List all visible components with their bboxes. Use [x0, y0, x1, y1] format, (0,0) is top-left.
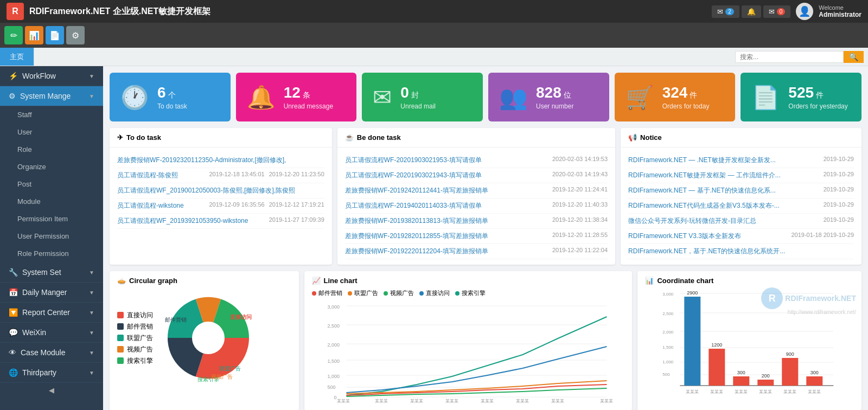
task-date-5b: 2019-11-27 17:09:39 [269, 216, 324, 226]
sidebar-item-workflow[interactable]: ⚡ WorkFlow ▼ [0, 66, 103, 86]
sidebar-item-system-set[interactable]: 🔧 System Set ▼ [0, 262, 103, 283]
stat-orders-today: 🛒 324 件 Orders for today [615, 73, 736, 121]
y-label-1500: 1,500 [327, 358, 340, 364]
avatar: 👤 [796, 3, 813, 20]
task-link-1[interactable]: 差旅费报销WF-20192320112350-Administrator,[撤回… [117, 156, 324, 165]
chevron-down-icon-4: ▼ [89, 290, 94, 296]
legend-label-alliance: 联盟广告 [127, 334, 153, 343]
notice-link-3[interactable]: RDIFramework.NET — 基于.NET的快速信息化系... [628, 186, 819, 195]
bedone-row-7: 差旅费报销WF-20192220112204-填写差旅报销单 2019-12-2… [345, 244, 608, 259]
legend-email: 邮件营销 [117, 322, 153, 331]
notice-panel-body: RDIFramework.NET — .NET敏捷开发框架全新发... 2019… [621, 148, 861, 265]
settings-button[interactable]: ⚙ [66, 26, 85, 44]
bedone-link-3[interactable]: 差旅费报销WF-20192420112441-填写差旅报销单 [345, 186, 548, 195]
notice-link-1[interactable]: RDIFramework.NET — .NET敏捷开发框架全新发... [628, 156, 819, 165]
notice-link-6[interactable]: RDIFramework.NET V3.3版本全新发布 [628, 232, 787, 241]
bar-1-val: 2900 [687, 290, 698, 296]
sidebar-sub-user[interactable]: User [0, 124, 103, 141]
bar-x-3: 某某某 [735, 389, 748, 394]
legend-label-search: 搜索引擎 [127, 356, 153, 366]
stat-orders-yesterday: 📄 525 件 Orders for yesterday [741, 73, 861, 121]
task-row-4: 员工请假流程-wikstone 2019-12-09 16:35:56 2019… [117, 198, 324, 214]
stat-yesterday-info: 525 件 Orders for yesterday [788, 84, 847, 110]
stat-msg-number: 12 [284, 84, 301, 101]
y-label-0: 0 [334, 395, 336, 400]
stat-msg-info: 12 条 Unread message [284, 84, 333, 110]
stat-msg-label: Unread message [284, 102, 333, 110]
bar-chart-title: 📊 Coordinate chart [645, 277, 854, 285]
edit-button[interactable]: ✏ [4, 26, 23, 44]
sidebar-sub-post[interactable]: Post [0, 176, 103, 193]
bar-4 [758, 380, 774, 386]
chart-button[interactable]: 📊 [25, 26, 43, 44]
bar-6 [807, 376, 823, 386]
task-link-3[interactable]: 员工请假流程WF_20190012050003-陈俊熙,[撤回修改],陈俊熙 [117, 186, 324, 195]
sidebar-item-report-center[interactable]: 🔽 Report Center ▼ [0, 303, 103, 323]
bar-y-2000: 2,000 [663, 330, 674, 335]
stat-todo: 🕐 6 个 To do task [110, 73, 231, 121]
sidebar-item-weixin[interactable]: 💬 WeiXin ▼ [0, 323, 103, 343]
task-date-4a: 2019-12-09 16:35:56 [209, 201, 264, 210]
doc-button[interactable]: 📄 [46, 26, 64, 44]
notice-date-5: 2019-10-29 [824, 216, 854, 226]
stat-mail-unit: 封 [411, 91, 419, 100]
tab-home[interactable]: 主页 [0, 48, 34, 66]
notice-date-3: 2019-10-29 [824, 186, 854, 195]
bar-6-val: 300 [810, 370, 819, 375]
sidebar-item-system-mange[interactable]: ⚙ System Mange ▼ [0, 86, 103, 106]
stat-mail-info: 0 封 Unread mail [400, 84, 436, 110]
notice-link-4[interactable]: RDIFramework.NET代码生成器全新V3.5版本发布-... [628, 201, 819, 210]
sidebar-sub-module[interactable]: Module [0, 193, 103, 210]
bar-3 [733, 376, 750, 386]
sidebar-sub-role[interactable]: Role [0, 141, 103, 158]
topbar: R RDIFramework.NET 企业级.NET敏捷开发框架 ✉ 2 🔔 ✉… [0, 0, 868, 23]
bedone-link-1[interactable]: 员工请假流程WF-20201903021953-填写请假单 [345, 156, 548, 165]
bell-button[interactable]: 🔔 [742, 5, 761, 18]
bar-1 [685, 297, 701, 386]
line-dot-email [312, 291, 316, 296]
bedone-link-4[interactable]: 员工请假流程WF-20194020114033-填写请假单 [345, 201, 548, 210]
notice-link-2[interactable]: RDIFramework.NET敏捷开发框架 — 工作流组件介... [628, 171, 819, 180]
bell-stat-icon: 🔔 [247, 84, 275, 111]
notice-link-7[interactable]: RDIFramework.NET，基于.NET的快速信息化系统开... [628, 247, 854, 256]
sidebar-sub-role-permission[interactable]: Role Permission [0, 245, 103, 262]
line-legend-video: 视频广告 [384, 289, 414, 297]
bedone-link-6[interactable]: 差旅费报销WF-20192820112855-填写差旅报销单 [345, 232, 548, 241]
sidebar-sub-staff[interactable]: Staff [0, 106, 103, 124]
line-chart-svg: 3,000 2,500 2,000 1,500 1,000 500 0 [312, 300, 625, 403]
notice-link-5[interactable]: 微信公众号开发系列-玩转微信开发-目录汇总 [628, 216, 819, 226]
bedone-date-5: 2019-12-20 11:38:34 [552, 216, 608, 226]
bedone-link-5[interactable]: 差旅费报销WF-20193820113813-填写差旅报销单 [345, 216, 548, 226]
bedone-link-2[interactable]: 员工请假流程WF-20201903021943-填写请假单 [345, 171, 548, 180]
panels-row: ✈ To do task 差旅费报销WF-20192320112350-Admi… [110, 128, 861, 265]
legend-direct: 直接访问 [117, 311, 153, 320]
task-link-4[interactable]: 员工请假流程-wikstone [117, 201, 205, 210]
app-title: RDIFramework.NET 企业级.NET敏捷开发框架 [29, 6, 712, 17]
sidebar-item-case-module[interactable]: 👁 Case Module ▼ [0, 343, 103, 363]
pie-center [192, 322, 225, 354]
search-button[interactable]: 🔍 [844, 51, 864, 63]
message-button[interactable]: ✉ 2 [712, 5, 739, 18]
stat-users-number: 828 [536, 84, 561, 101]
sidebar-sub-organize[interactable]: Organize [0, 158, 103, 176]
mail-stat-icon: ✉ [373, 84, 392, 111]
stat-todo-unit: 个 [168, 91, 176, 100]
pie-label-email: 邮件营销 [165, 317, 187, 323]
legend-dot-direct [117, 312, 124, 318]
line-legend-search: 搜索引擎 [455, 289, 486, 297]
line-legend-search-label: 搜索引擎 [462, 289, 486, 297]
sidebar-collapse-button[interactable]: ◀ [0, 383, 103, 398]
bedone-link-7[interactable]: 差旅费报销WF-20192220112204-填写差旅报销单 [345, 247, 548, 256]
task-link-2[interactable]: 员工请假流程-陈俊熙 [117, 171, 205, 180]
bar-chart-svg: 3,000 2,500 2,000 1,500 1,000 500 [645, 289, 854, 398]
sidebar-sub-permission-item[interactable]: Permission Item [0, 210, 103, 228]
task-link-5[interactable]: 员工请假流程WF_20193921053950-wikstone [117, 216, 265, 226]
sidebar-item-thirdparty[interactable]: 🌐 Thirdparty ▼ [0, 363, 103, 383]
mail-button[interactable]: ✉ 0 [763, 5, 791, 18]
sidebar-item-daily-manger[interactable]: 📅 Daily Manger ▼ [0, 283, 103, 303]
line-legend-alliance-label: 联盟广告 [354, 289, 378, 297]
sidebar-sub-user-permission[interactable]: User Permission [0, 228, 103, 245]
bar-x-4: 某某某 [760, 389, 773, 394]
search-input[interactable] [735, 51, 844, 63]
bedone-row-5: 差旅费报销WF-20193820113813-填写差旅报销单 2019-12-2… [345, 214, 608, 229]
